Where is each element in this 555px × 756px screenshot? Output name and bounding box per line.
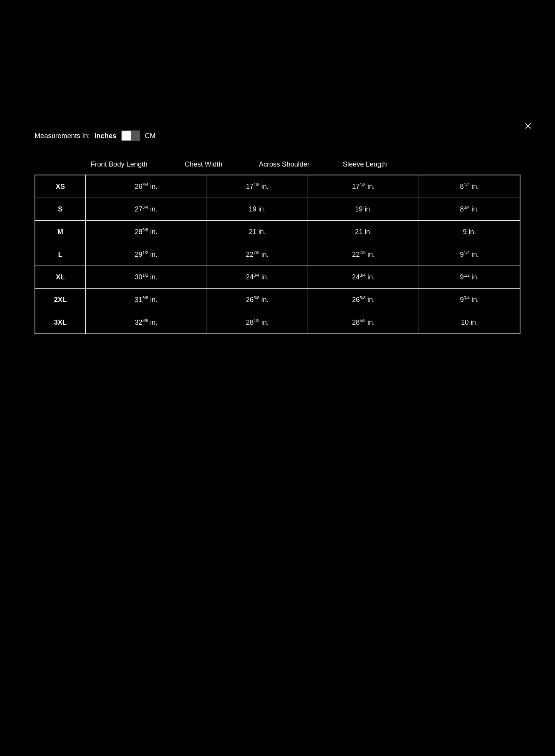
front-body-length-cell: 273/4 in. <box>86 198 207 221</box>
sleeve-length-cell: 93/4 in. <box>419 289 520 311</box>
col-header-front-body-length: Front Body Length <box>73 160 165 173</box>
table-row: XL301/2 in.243/4 in.243/4 in.91/2 in. <box>35 266 520 289</box>
size-cell: M <box>35 221 86 243</box>
across-shoulder-cell: 243/4 in. <box>308 266 419 289</box>
front-body-length-cell: 285/8 in. <box>86 221 207 243</box>
chest-width-cell: 19 in. <box>207 198 308 221</box>
size-cell: XL <box>35 266 86 289</box>
size-cell: 2XL <box>35 289 86 311</box>
column-headers: Front Body Length Chest Width Across Sho… <box>35 160 520 173</box>
col-header-size <box>35 160 73 173</box>
table-row: M285/8 in.21 in.21 in.9 in. <box>35 221 520 243</box>
across-shoulder-cell: 19 in. <box>308 198 419 221</box>
chest-width-cell: 21 in. <box>207 221 308 243</box>
chest-width-cell: 265/8 in. <box>207 289 308 311</box>
across-shoulder-cell: 265/8 in. <box>308 289 419 311</box>
sleeve-length-cell: 9 in. <box>419 221 520 243</box>
table-row: 2XL313/8 in.265/8 in.265/8 in.93/4 in. <box>35 289 520 311</box>
size-cell: L <box>35 243 86 266</box>
size-cell: S <box>35 198 86 221</box>
table-row: S273/4 in.19 in.19 in.83/4 in. <box>35 198 520 221</box>
chest-width-cell: 227/8 in. <box>207 243 308 266</box>
chest-width-cell: 281/2 in. <box>207 311 308 334</box>
front-body-length-cell: 301/2 in. <box>86 266 207 289</box>
front-body-length-cell: 291/2 in. <box>86 243 207 266</box>
across-shoulder-cell: 227/8 in. <box>308 243 419 266</box>
across-shoulder-cell: 171/8 in. <box>308 175 419 198</box>
inches-label: Inches <box>94 132 116 140</box>
col-header-across-shoulder: Across Shoulder <box>242 160 326 173</box>
col-header-chest-width: Chest Width <box>165 160 242 173</box>
across-shoulder-cell: 21 in. <box>308 221 419 243</box>
across-shoulder-cell: 285/8 in. <box>308 311 419 334</box>
chest-width-cell: 243/4 in. <box>207 266 308 289</box>
sleeve-length-cell: 81/2 in. <box>419 175 520 198</box>
front-body-length-cell: 323/8 in. <box>86 311 207 334</box>
table-row: 3XL323/8 in.281/2 in.285/8 in.10 in. <box>35 311 520 334</box>
size-table-wrapper: Front Body Length Chest Width Across Sho… <box>35 160 520 334</box>
front-body-length-cell: 263/4 in. <box>86 175 207 198</box>
measurements-in-label: Measurements In: <box>35 132 90 140</box>
measurements-header: Measurements In: Inches CM <box>35 130 520 141</box>
modal-container: Measurements In: Inches CM Front Body Le… <box>12 115 543 357</box>
sleeve-length-cell: 91/2 in. <box>419 266 520 289</box>
col-header-sleeve-length: Sleeve Length <box>326 160 403 173</box>
table-row: L291/2 in.227/8 in.227/8 in.91/4 in. <box>35 243 520 266</box>
front-body-length-cell: 313/8 in. <box>86 289 207 311</box>
size-table: XS263/4 in.171/8 in.171/8 in.81/2 in.S27… <box>35 175 520 334</box>
size-cell: XS <box>35 175 86 198</box>
table-row: XS263/4 in.171/8 in.171/8 in.81/2 in. <box>35 175 520 198</box>
chest-width-cell: 171/8 in. <box>207 175 308 198</box>
sleeve-length-cell: 91/4 in. <box>419 243 520 266</box>
sleeve-length-cell: 10 in. <box>419 311 520 334</box>
sleeve-length-cell: 83/4 in. <box>419 198 520 221</box>
unit-toggle[interactable] <box>121 130 140 141</box>
cm-label: CM <box>145 132 156 140</box>
size-cell: 3XL <box>35 311 86 334</box>
